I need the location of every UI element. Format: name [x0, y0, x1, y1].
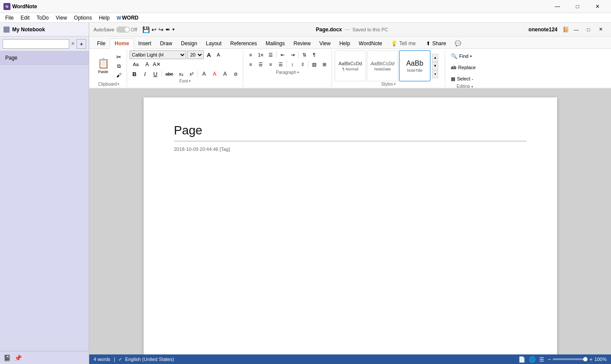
show-marks-button[interactable]: ¶	[309, 50, 319, 59]
notebook-bottom-icon[interactable]: 📓	[3, 354, 11, 361]
save-button[interactable]: 💾	[141, 25, 151, 34]
status-right: 📄 🌐 ☰ − + 100%	[518, 356, 607, 363]
tab-design[interactable]: Design	[177, 39, 201, 48]
ink-button[interactable]: ✒	[164, 25, 171, 34]
tab-view[interactable]: View	[315, 39, 335, 48]
strikethrough-button[interactable]: abc	[163, 70, 175, 78]
minimize-button[interactable]: —	[547, 0, 567, 13]
increase-indent-button[interactable]: ⇥	[288, 50, 297, 59]
tab-review[interactable]: Review	[289, 39, 315, 48]
sort-button[interactable]: ⇅	[299, 50, 309, 59]
menu-file[interactable]: File	[2, 14, 17, 22]
tab-draw[interactable]: Draw	[156, 39, 177, 48]
view-web-button[interactable]: 🌐	[529, 356, 536, 363]
menu-help[interactable]: Help	[95, 14, 113, 22]
borders-button[interactable]: ⊞	[319, 60, 329, 69]
styles-expand[interactable]: ▾	[432, 70, 438, 78]
tell-me-input[interactable]: 💡Tell me	[386, 39, 420, 48]
font-size-select[interactable]: 20	[187, 50, 204, 59]
font-color-button[interactable]: A	[210, 70, 219, 78]
word-restore-button[interactable]: □	[582, 25, 594, 34]
tab-file[interactable]: File	[93, 39, 110, 48]
shading-button[interactable]: ▧	[309, 60, 319, 69]
word-minimize-button[interactable]: —	[570, 25, 582, 34]
editing-group: 🔍 Find ▾ ab Replace ▦ Select - Editing ▾	[445, 50, 484, 87]
tab-insert[interactable]: Insert	[134, 39, 156, 48]
tab-references[interactable]: References	[226, 39, 261, 48]
font-shrink-button[interactable]: A	[214, 50, 223, 59]
italic-button[interactable]: I	[140, 70, 150, 78]
multilevel-button[interactable]: ☰	[266, 50, 275, 59]
find-button[interactable]: 🔍 Find ▾	[449, 51, 481, 61]
tab-mailings[interactable]: Mailings	[261, 39, 289, 48]
menu-view[interactable]: View	[52, 14, 70, 22]
menu-todo[interactable]: ToDo	[33, 14, 52, 22]
notebook-header: My Notebook	[0, 23, 89, 37]
close-button[interactable]: ✕	[588, 0, 608, 13]
comments-button[interactable]: 💬	[450, 39, 466, 48]
font-grow-button[interactable]: A	[205, 50, 213, 59]
para-spacing-button[interactable]: ⇳	[298, 60, 307, 69]
line-spacing-button[interactable]: ↕	[288, 60, 297, 69]
zoom-in-button[interactable]: +	[589, 356, 593, 363]
tab-home[interactable]: Home	[110, 38, 134, 49]
settings-bottom-icon[interactable]: 📌	[14, 354, 22, 361]
maximize-button[interactable]: □	[567, 0, 588, 13]
proofing-button[interactable]: ✓	[118, 357, 122, 362]
select-button[interactable]: ▦ Select -	[449, 74, 481, 83]
undo-button[interactable]: ↩	[151, 25, 158, 34]
menu-word[interactable]: WWORD	[113, 14, 142, 22]
style-normal[interactable]: AaBbCcDd ¶ Normal	[335, 50, 366, 81]
style-notetitle[interactable]: AaBb NoteTitle	[399, 50, 430, 81]
search-input[interactable]	[3, 39, 69, 49]
left-panel: My Notebook ✕ + Page 📓 📌	[0, 23, 89, 364]
font-effect-button[interactable]: A	[220, 70, 230, 78]
search-clear-button[interactable]: ✕	[71, 41, 75, 47]
document-canvas[interactable]: Page 2018-10-09 20:44:46 [Tag]	[89, 89, 611, 354]
page-item[interactable]: Page	[0, 51, 89, 65]
cut-button[interactable]: ✂	[114, 53, 124, 61]
bold-button[interactable]: B	[130, 70, 139, 78]
word-close-button[interactable]: ✕	[594, 25, 607, 34]
numbering-button[interactable]: 1≡	[256, 50, 265, 59]
text-highlight-button[interactable]: A	[199, 70, 209, 78]
justify-button[interactable]: ☰	[276, 60, 285, 69]
styles-scroll-up[interactable]: ▲	[432, 54, 438, 62]
help-icon-button[interactable]: 📔	[562, 26, 570, 33]
clear-format-button[interactable]: A✕	[152, 60, 161, 69]
tab-wordnote[interactable]: WordNote	[354, 39, 386, 48]
zoom-slider[interactable]	[553, 358, 588, 360]
bullets-button[interactable]: ≡	[246, 50, 255, 59]
tab-layout[interactable]: Layout	[201, 39, 226, 48]
underline-button[interactable]: U	[151, 70, 160, 78]
menu-edit[interactable]: Edit	[17, 14, 33, 22]
qat-dropdown-button[interactable]: ▾	[171, 26, 175, 33]
zoom-out-button[interactable]: −	[548, 356, 551, 363]
style-notedate[interactable]: AaBbCcDd NoteDate	[367, 50, 398, 81]
text-effects-button[interactable]: A	[143, 60, 151, 69]
align-left-button[interactable]: ≡	[246, 60, 255, 69]
subscript-button[interactable]: x₂	[176, 70, 186, 78]
align-center-button[interactable]: ☰	[256, 60, 265, 69]
menu-options[interactable]: Options	[70, 14, 95, 22]
tab-help[interactable]: Help	[335, 39, 355, 48]
copy-button[interactable]: ⧉	[114, 62, 124, 70]
font-name-select[interactable]: Calibri Light (H	[130, 50, 186, 59]
case-button[interactable]: Aa	[130, 60, 142, 69]
font-misc-button[interactable]: ⊘	[231, 70, 240, 78]
paste-button[interactable]: 📋 Paste	[94, 50, 113, 81]
decrease-indent-button[interactable]: ⇤	[278, 50, 287, 59]
superscript-button[interactable]: x²	[187, 70, 196, 78]
share-button[interactable]: ⬆Share	[422, 39, 450, 48]
share-icon: ⬆	[426, 40, 430, 47]
format-painter-button[interactable]: 🖌	[114, 71, 124, 80]
view-normal-button[interactable]: 📄	[518, 356, 525, 363]
replace-button[interactable]: ab Replace	[449, 63, 481, 72]
autosave-toggle[interactable]	[116, 27, 130, 33]
styles-scroll-down[interactable]: ▼	[432, 62, 438, 70]
add-page-button[interactable]: +	[77, 39, 86, 49]
redo-button[interactable]: ↪	[158, 25, 164, 34]
view-outline-button[interactable]: ☰	[539, 356, 544, 363]
align-right-button[interactable]: ≡	[266, 60, 275, 69]
pages-list: Page	[0, 51, 89, 351]
